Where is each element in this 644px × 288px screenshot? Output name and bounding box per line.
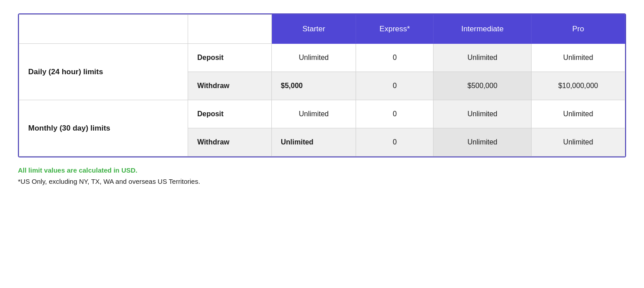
cell-daily-withdraw-intermediate: $500,000 (434, 72, 531, 100)
cell-monthly-withdraw-express: 0 (356, 128, 434, 157)
limits-table: Starter Express* Intermediate Pro Daily … (19, 14, 625, 157)
cell-monthly-withdraw-type: Withdraw (188, 128, 272, 157)
header-empty-1 (19, 15, 188, 44)
header-empty-2 (188, 15, 272, 44)
cell-daily-withdraw-type: Withdraw (188, 72, 272, 100)
header-intermediate: Intermediate (434, 15, 531, 44)
footer-us-note: *US Only, excluding NY, TX, WA and overs… (18, 178, 626, 185)
group-label-monthly: Monthly (30 day) limits (19, 100, 188, 157)
cell-daily-withdraw-pro: $10,000,000 (531, 72, 625, 100)
cell-monthly-deposit-type: Deposit (188, 100, 272, 128)
cell-monthly-deposit-intermediate: Unlimited (434, 100, 531, 128)
footer-usd-note: All limit values are calculated in USD. (18, 166, 626, 174)
cell-daily-withdraw-express: 0 (356, 72, 434, 100)
cell-monthly-deposit-starter: Unlimited (271, 100, 356, 128)
cell-monthly-withdraw-starter: Unlimited (271, 128, 356, 157)
cell-daily-deposit-express: 0 (356, 44, 434, 72)
cell-monthly-deposit-express: 0 (356, 100, 434, 128)
cell-monthly-deposit-pro: Unlimited (531, 100, 625, 128)
table-row: Daily (24 hour) limits Deposit Unlimited… (19, 44, 625, 72)
cell-daily-deposit-intermediate: Unlimited (434, 44, 531, 72)
cell-monthly-withdraw-intermediate: Unlimited (434, 128, 531, 157)
cell-daily-withdraw-starter: $5,000 (271, 72, 356, 100)
cell-daily-deposit-type: Deposit (188, 44, 272, 72)
header-starter: Starter (271, 15, 356, 44)
cell-daily-deposit-pro: Unlimited (531, 44, 625, 72)
group-label-daily: Daily (24 hour) limits (19, 44, 188, 100)
header-pro: Pro (531, 15, 625, 44)
header-row: Starter Express* Intermediate Pro (19, 15, 625, 44)
table-wrapper: Starter Express* Intermediate Pro Daily … (18, 13, 626, 157)
cell-daily-deposit-starter: Unlimited (271, 44, 356, 72)
cell-monthly-withdraw-pro: Unlimited (531, 128, 625, 157)
footer-section: All limit values are calculated in USD. … (18, 166, 626, 185)
header-express: Express* (356, 15, 434, 44)
table-row: Monthly (30 day) limits Deposit Unlimite… (19, 100, 625, 128)
